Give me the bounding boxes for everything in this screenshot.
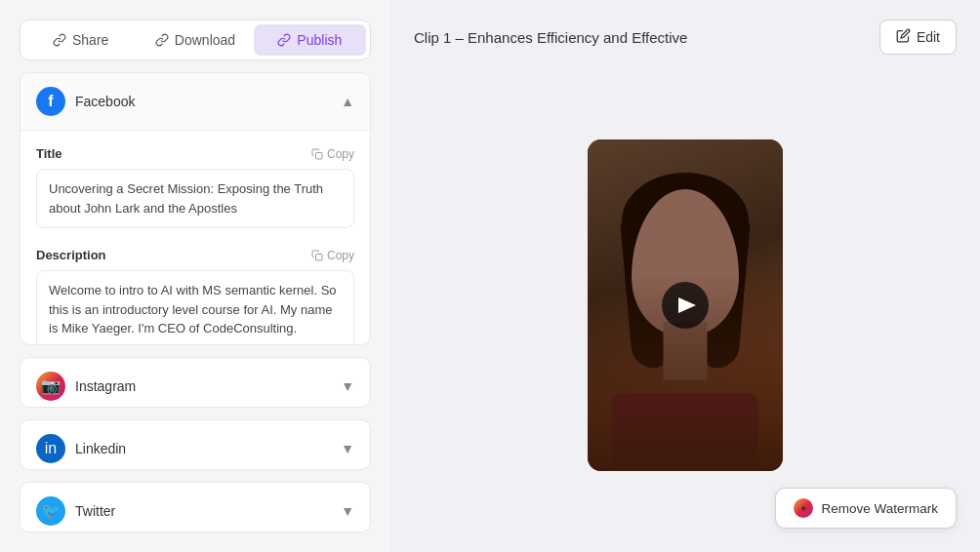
linkedin-section: in Linkedin ▼ xyxy=(20,419,371,470)
linkedin-header[interactable]: in Linkedin ▼ xyxy=(20,420,370,470)
description-label: Description xyxy=(36,248,106,262)
instagram-section: 📷 Instagram ▼ xyxy=(20,357,371,408)
twitter-icon: 🐦 xyxy=(36,496,65,526)
facebook-body: Title Copy Description Copy xyxy=(20,131,370,345)
video-container xyxy=(414,78,957,532)
description-textarea[interactable] xyxy=(36,270,354,345)
title-label: Title xyxy=(36,146,62,161)
publish-icon xyxy=(277,33,291,47)
instagram-chevron: ▼ xyxy=(341,378,354,394)
title-textarea[interactable] xyxy=(36,169,354,228)
twitter-chevron: ▼ xyxy=(341,503,354,519)
facebook-header[interactable]: f Facebook ▲ xyxy=(20,73,370,131)
instagram-header-left: 📷 Instagram xyxy=(36,372,136,401)
download-icon xyxy=(155,33,169,47)
title-field-group: Title Copy xyxy=(36,146,354,232)
linkedin-header-left: in Linkedin xyxy=(36,434,126,463)
linkedin-name: Linkedin xyxy=(75,441,126,456)
svg-rect-0 xyxy=(315,152,322,159)
tab-share[interactable]: Share xyxy=(24,24,137,56)
twitter-header-left: 🐦 Twitter xyxy=(36,496,115,526)
right-header: Clip 1 – Enhances Efficiency and Effecti… xyxy=(414,20,957,55)
tab-share-label: Share xyxy=(72,32,108,48)
title-copy-button[interactable]: Copy xyxy=(311,147,354,161)
facebook-chevron-up: ▲ xyxy=(341,94,354,109)
edit-button[interactable]: Edit xyxy=(879,20,957,55)
share-icon xyxy=(53,33,66,47)
remove-watermark-label: Remove Watermark xyxy=(821,501,938,516)
description-copy-label: Copy xyxy=(327,249,354,262)
facebook-name: Facebook xyxy=(75,94,135,109)
instagram-name: Instagram xyxy=(75,378,136,394)
description-field-group: Description Copy xyxy=(36,248,354,345)
facebook-icon: f xyxy=(36,87,65,116)
tab-download-label: Download xyxy=(175,32,235,48)
tab-bar: Share Download Publish xyxy=(20,20,371,60)
facebook-section: f Facebook ▲ Title Copy Descrip xyxy=(20,72,371,345)
video-thumbnail[interactable] xyxy=(588,139,783,471)
edit-icon xyxy=(896,28,911,46)
watermark-icon: ✦ xyxy=(794,498,813,518)
title-label-row: Title Copy xyxy=(36,146,354,161)
left-panel: Share Download Publish f Facebook ▲ xyxy=(0,0,390,552)
tab-download[interactable]: Download xyxy=(139,24,251,56)
play-icon xyxy=(678,297,696,313)
svg-rect-1 xyxy=(315,254,322,260)
description-copy-button[interactable]: Copy xyxy=(311,249,354,262)
twitter-name: Twitter xyxy=(75,503,115,519)
tab-publish-label: Publish xyxy=(297,32,342,48)
tab-publish[interactable]: Publish xyxy=(254,24,366,56)
edit-label: Edit xyxy=(917,29,940,45)
twitter-header[interactable]: 🐦 Twitter ▼ xyxy=(20,483,370,532)
twitter-section: 🐦 Twitter ▼ xyxy=(20,482,371,532)
instagram-header[interactable]: 📷 Instagram ▼ xyxy=(20,358,370,408)
linkedin-chevron: ▼ xyxy=(341,441,354,456)
right-panel: Clip 1 – Enhances Efficiency and Effecti… xyxy=(390,0,980,552)
description-label-row: Description Copy xyxy=(36,248,354,262)
play-button[interactable] xyxy=(662,282,709,329)
clip-title: Clip 1 – Enhances Efficiency and Effecti… xyxy=(414,29,687,46)
title-copy-label: Copy xyxy=(327,147,354,161)
remove-watermark-button[interactable]: ✦ Remove Watermark xyxy=(775,488,957,529)
instagram-icon: 📷 xyxy=(36,372,65,401)
facebook-header-left: f Facebook xyxy=(36,87,135,116)
linkedin-icon: in xyxy=(36,434,65,463)
